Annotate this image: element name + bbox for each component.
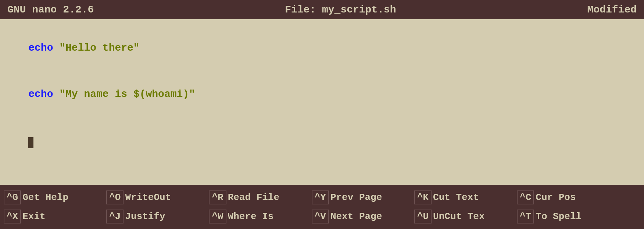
code-line-3	[4, 117, 640, 164]
label-next-page: Next Page	[330, 211, 404, 222]
key-k[interactable]: ^K	[414, 190, 432, 204]
key-j[interactable]: ^J	[106, 210, 124, 223]
title-bar: GNU nano 2.2.6 File: my_script.sh Modifi…	[0, 0, 644, 19]
key-w[interactable]: ^W	[209, 210, 226, 223]
shortcut-row-2: ^X Exit ^J Justify ^W Where Is ^V Next P…	[4, 210, 640, 223]
label-justify: Justify	[125, 211, 198, 222]
app-name: GNU nano 2.2.6	[7, 4, 94, 15]
shortcut-row-1: ^G Get Help ^O WriteOut ^R Read File ^Y …	[4, 190, 640, 204]
label-read-file: Read File	[228, 192, 301, 203]
label-prev-page: Prev Page	[330, 192, 404, 203]
file-name: File: my_script.sh	[285, 4, 396, 15]
key-v[interactable]: ^V	[312, 210, 329, 223]
code-line-2: echo "My name is $(whoami)"	[4, 71, 640, 117]
key-u[interactable]: ^U	[414, 210, 432, 223]
label-cur-pos: Cur Pos	[536, 192, 609, 203]
text-cursor	[28, 137, 33, 148]
label-writeout: WriteOut	[125, 192, 198, 203]
string-1: "Hello there"	[53, 42, 139, 54]
label-cut-text: Cut Text	[433, 192, 507, 203]
key-c[interactable]: ^C	[517, 190, 534, 204]
key-o[interactable]: ^O	[106, 190, 124, 204]
label-get-help: Get Help	[22, 192, 96, 203]
key-g[interactable]: ^G	[4, 190, 21, 204]
label-to-spell: To Spell	[536, 211, 609, 222]
keyword-echo-1: echo	[28, 42, 53, 54]
key-t[interactable]: ^T	[517, 210, 534, 223]
editor-area[interactable]: echo "Hello there" echo "My name is $(wh…	[0, 19, 644, 185]
key-x[interactable]: ^X	[4, 210, 21, 223]
string-2: "My name is $(whoami)"	[53, 88, 195, 100]
label-uncut-text: UnCut Tex	[433, 211, 507, 222]
modified-status: Modified	[587, 4, 637, 15]
label-where-is: Where Is	[228, 211, 301, 222]
key-r[interactable]: ^R	[209, 190, 226, 204]
code-line-1: echo "Hello there"	[4, 25, 640, 71]
label-exit: Exit	[22, 211, 96, 222]
status-bar: ^G Get Help ^O WriteOut ^R Read File ^Y …	[0, 185, 644, 229]
key-y[interactable]: ^Y	[312, 190, 329, 204]
keyword-echo-2: echo	[28, 88, 53, 100]
